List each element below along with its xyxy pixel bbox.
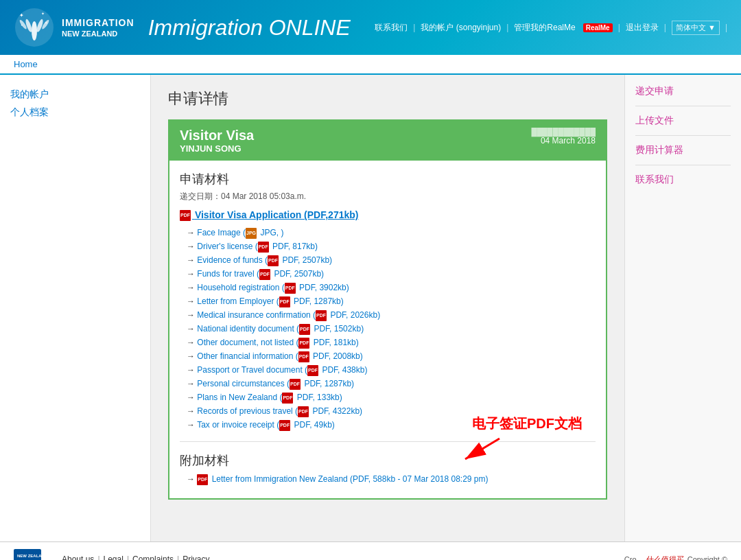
- pdf-icon: PDF: [290, 379, 301, 390]
- header: ✦ ✦ ✦ ✦ IMMIGRATION NEW ZEALAND Immigrat…: [0, 0, 741, 55]
- pdf-icon: PDF: [279, 296, 290, 307]
- list-item: Face Image (JPG JPG, ): [187, 228, 596, 239]
- application-card: Visitor Visa YINJUN SONG ████████████ 04…: [168, 119, 607, 500]
- footer-links: About us | Legal | Complaints | Privacy: [62, 555, 210, 560]
- applicant-name: YINJUN SONG: [180, 143, 254, 154]
- pdf-icon: PDF: [282, 393, 293, 404]
- pdf-icon: PDF: [279, 420, 290, 431]
- contact-link[interactable]: 联系我们: [375, 22, 408, 34]
- watermark-logo: 什么值得买: [646, 555, 684, 561]
- list-item: Passport or Travel document (PDF PDF, 43…: [187, 365, 596, 376]
- footer-complaints[interactable]: Complaints: [132, 555, 174, 560]
- doc-plans-nz[interactable]: Plans in New Zealand (PDF PDF, 133kb): [197, 393, 342, 402]
- footer-legal[interactable]: Legal: [104, 555, 124, 560]
- svg-point-1: [32, 21, 37, 40]
- sidebar-item-profile[interactable]: 个人档案: [10, 106, 140, 119]
- top-nav: Home: [0, 55, 741, 75]
- nzg-logo-icon: NEW ZEALAND Government: [14, 549, 41, 560]
- logo-text: IMMIGRATION NEW ZEALAND: [62, 16, 134, 38]
- doc-passport-travel[interactable]: Passport or Travel document (PDF PDF, 43…: [197, 365, 367, 375]
- card-body: 申请材料 递交日期：04 Mar 2018 05:03a.m. PDF Visi…: [169, 161, 606, 498]
- layout: 我的帐户 个人档案 申请详情 Visitor Visa YINJUN SONG …: [0, 75, 741, 541]
- doc-tax-receipt[interactable]: Tax or invoice receipt (PDF PDF, 49kb): [197, 420, 335, 430]
- list-item: Letter from Employer (PDF PDF, 1287kb): [187, 296, 596, 307]
- footer-about[interactable]: About us: [62, 555, 94, 560]
- svg-text:NEW ZEALAND: NEW ZEALAND: [17, 554, 41, 558]
- app-id: ████████████: [531, 128, 596, 136]
- pdf-icon: PDF: [259, 269, 270, 280]
- list-item: National identity document (PDF PDF, 150…: [187, 324, 596, 335]
- left-sidebar: 我的帐户 个人档案: [0, 75, 151, 541]
- doc-records-travel[interactable]: Records of previous travel (PDF PDF, 432…: [197, 406, 362, 416]
- doc-personal-circumstances[interactable]: Personal circumstances (PDF PDF, 1287kb): [197, 379, 354, 388]
- card-header: Visitor Visa YINJUN SONG ████████████ 04…: [169, 121, 606, 161]
- doc-evidence-funds[interactable]: Evidence of funds (PDF PDF, 2507kb): [197, 255, 332, 265]
- doc-other-not-listed[interactable]: Other document, not listed (PDF PDF, 181…: [197, 338, 358, 347]
- pdf-icon: PDF: [298, 406, 309, 417]
- list-item: Funds for travel (PDF PDF, 2507kb): [187, 269, 596, 280]
- additional-section-title: 附加材料: [180, 452, 596, 469]
- realme-badge: RealMe: [583, 23, 613, 32]
- right-sidebar-submit[interactable]: 递交申请: [635, 85, 731, 106]
- footer-right: Cro... 什么值得买 Copyright ©: [624, 555, 727, 561]
- application-date: 04 March 2018: [531, 136, 596, 145]
- list-item: Other document, not listed (PDF PDF, 181…: [187, 338, 596, 349]
- site-title: Immigration ONLINE: [148, 15, 351, 40]
- pdf-icon: PDF: [268, 255, 279, 266]
- sidebar-item-my-account[interactable]: 我的帐户: [10, 89, 140, 101]
- nz-immigration-logo: ✦ ✦ ✦ ✦: [14, 7, 55, 48]
- doc-household-registration[interactable]: Household registration (PDF PDF, 3902kb): [197, 283, 349, 292]
- pdf-icon: PDF: [307, 365, 318, 376]
- doc-letter-employer[interactable]: Letter from Employer (PDF PDF, 1287kb): [197, 296, 343, 306]
- footer-logo: NEW ZEALAND Government: [14, 549, 41, 560]
- document-list: Face Image (JPG JPG, ) Driver's license …: [187, 228, 596, 431]
- annotation-arrow: [451, 435, 506, 463]
- visa-type: Visitor Visa: [180, 128, 254, 143]
- language-selector[interactable]: 简体中文 ▼: [672, 21, 720, 35]
- doc-national-id[interactable]: National identity document (PDF PDF, 150…: [197, 324, 364, 334]
- page-title: 申请详情: [168, 89, 607, 109]
- home-link[interactable]: Home: [14, 59, 38, 69]
- logout-link[interactable]: 退出登录: [626, 22, 659, 34]
- right-sidebar: 递交申请 上传文件 费用计算器 联系我们: [624, 75, 741, 541]
- footer: NEW ZEALAND Government About us | Legal …: [0, 541, 741, 560]
- list-item: Plans in New Zealand (PDF PDF, 133kb): [187, 393, 596, 404]
- additional-doc-list: PDF Letter from Immigration New Zealand …: [187, 474, 596, 485]
- doc-funds-travel[interactable]: Funds for travel (PDF PDF, 2507kb): [197, 269, 324, 279]
- main-application-link[interactable]: PDF Visitor Visa Application (PDF,271kb): [180, 209, 596, 221]
- pdf-icon: PDF: [197, 474, 208, 485]
- pdf-icon: PDF: [299, 324, 310, 335]
- list-item: Medical insurance confirmation (PDF PDF,…: [187, 310, 596, 321]
- footer-privacy[interactable]: Privacy: [183, 555, 209, 560]
- list-item: Other financial information (PDF PDF, 20…: [187, 351, 596, 362]
- svg-text:✦: ✦: [41, 12, 45, 16]
- svg-line-11: [465, 439, 499, 459]
- right-sidebar-upload[interactable]: 上传文件: [635, 115, 731, 136]
- additional-section: 电子签证PDF文档: [180, 441, 596, 485]
- annotation-text: 电子签证PDF文档: [472, 415, 582, 433]
- main-content: 申请详情 Visitor Visa YINJUN SONG ██████████…: [151, 75, 624, 541]
- doc-face-image[interactable]: Face Image (JPG JPG, ): [197, 228, 283, 237]
- manage-realme-link[interactable]: 管理我的RealMe: [514, 22, 575, 34]
- my-account-link[interactable]: 我的帐户 (songyinjun): [421, 22, 501, 34]
- doc-drivers-license[interactable]: Driver's license (PDF PDF, 817kb): [197, 242, 318, 251]
- doc-medical-insurance[interactable]: Medical insurance confirmation (PDF PDF,…: [197, 310, 380, 320]
- logo-area: ✦ ✦ ✦ ✦ IMMIGRATION NEW ZEALAND: [14, 7, 134, 48]
- pdf-icon: PDF: [258, 242, 269, 253]
- doc-other-financial[interactable]: Other financial information (PDF PDF, 20…: [197, 351, 362, 361]
- right-sidebar-contact[interactable]: 联系我们: [635, 174, 731, 194]
- list-item: Personal circumstances (PDF PDF, 1287kb): [187, 379, 596, 390]
- svg-text:✦: ✦: [19, 12, 24, 19]
- submission-date: 递交日期：04 Mar 2018 05:03a.m.: [180, 191, 596, 202]
- list-item: PDF Letter from Immigration New Zealand …: [187, 474, 596, 485]
- pdf-icon: PDF: [298, 338, 309, 349]
- materials-section-title: 申请材料: [180, 171, 596, 187]
- right-sidebar-calculator[interactable]: 费用计算器: [635, 144, 731, 165]
- list-item: Household registration (PDF PDF, 3902kb): [187, 283, 596, 294]
- svg-text:✦: ✦: [45, 21, 47, 25]
- pdf-icon: PDF: [180, 210, 191, 221]
- list-item: Evidence of funds (PDF PDF, 2507kb): [187, 255, 596, 266]
- list-item: Driver's license (PDF PDF, 817kb): [187, 242, 596, 253]
- doc-immigration-letter[interactable]: PDF Letter from Immigration New Zealand …: [197, 474, 488, 484]
- pdf-icon: PDF: [285, 283, 296, 294]
